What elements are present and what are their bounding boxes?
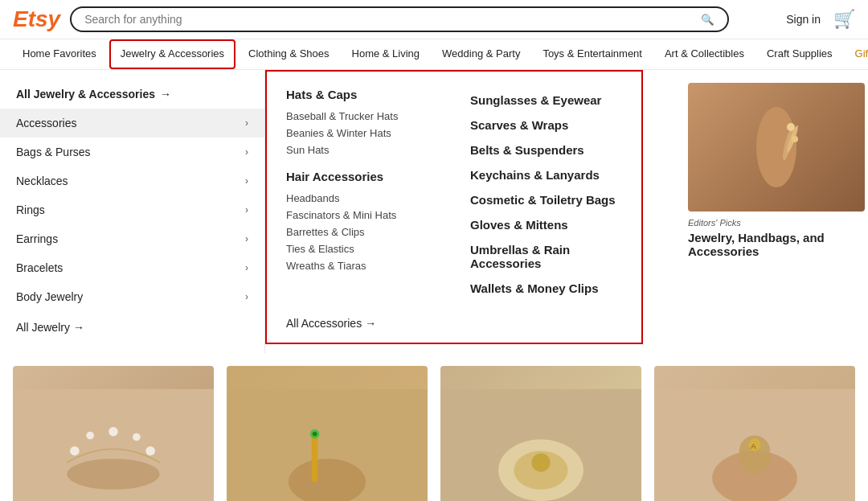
cart-icon[interactable]: 🛒 <box>833 9 855 30</box>
umbrellas-rain-accessories[interactable]: Umbrellas & Rain Accessories <box>470 237 622 276</box>
headbands[interactable]: Headbands <box>286 190 438 207</box>
sidebar-item-body-jewelry-label: Body Jewelry <box>16 290 83 303</box>
svg-point-9 <box>108 427 118 437</box>
hats-caps-title[interactable]: Hats & Caps <box>286 88 438 101</box>
svg-point-11 <box>145 446 155 456</box>
sidebar-item-body-jewelry[interactable]: Body Jewelry › <box>0 282 264 311</box>
sun-hats[interactable]: Sun Hats <box>286 142 438 158</box>
ties-elastics[interactable]: Ties & Elastics <box>286 240 438 257</box>
nav-craft-supplies[interactable]: Craft Supplies <box>757 39 842 69</box>
dropdown-footer: All Accessories → <box>286 310 622 330</box>
dropdown-right-col: Sunglasses & Eyewear Scarves & Wraps Bel… <box>470 88 622 301</box>
product-image <box>440 366 641 501</box>
nav-jewelry-accessories[interactable]: Jewelry & Accessories <box>109 39 235 69</box>
product-card[interactable]: Daisy Flower Choker, Pearl Flower Choker… <box>13 366 214 501</box>
all-jewelry-footer-link[interactable]: All Jewelry → <box>16 321 248 334</box>
editors-picks-image[interactable] <box>688 83 865 211</box>
nav-wedding-party[interactable]: Wedding & Party <box>432 39 530 69</box>
etsy-logo[interactable]: Etsy <box>13 6 60 32</box>
chevron-right-icon: › <box>245 117 248 129</box>
svg-rect-14 <box>312 436 318 483</box>
sidebar-item-rings[interactable]: Rings › <box>0 195 264 224</box>
svg-point-16 <box>313 432 317 437</box>
sidebar-item-necklaces-label: Necklaces <box>16 175 68 187</box>
sidebar-item-bags-label: Bags & Purses <box>16 146 91 158</box>
nav-art-collectibles[interactable]: Art & Collectibles <box>655 39 754 69</box>
sidebar-all-jewelry-label: All Jewelry & Accessories <box>16 88 155 101</box>
barrettes-clips[interactable]: Barrettes & Clips <box>286 224 438 240</box>
baseball-trucker-hats[interactable]: Baseball & Trucker Hats <box>286 108 438 125</box>
editors-picks-label: Editors' Picks <box>688 218 855 228</box>
sidebar-item-accessories[interactable]: Accessories › <box>0 109 264 138</box>
product-image <box>227 366 428 501</box>
all-accessories-link[interactable]: All Accessories → <box>286 317 622 330</box>
search-button[interactable]: 🔍 <box>701 14 714 26</box>
wreaths-tiaras[interactable]: Wreaths & Tiaras <box>286 257 438 274</box>
wallets-money-clips[interactable]: Wallets & Money Clips <box>470 276 622 301</box>
sidebar-item-bracelets[interactable]: Bracelets › <box>0 253 264 282</box>
all-accessories-arrow: → <box>365 317 376 330</box>
chevron-right-icon: › <box>245 146 248 158</box>
editors-picks-title[interactable]: Jewelry, Handbags, and Accessories <box>688 231 855 258</box>
svg-point-3 <box>787 123 795 131</box>
search-icon: 🔍 <box>701 14 714 26</box>
sidebar-all-jewelry-header[interactable]: All Jewelry & Accessories → <box>0 80 264 109</box>
main-nav: Home Favorites Jewelry & Accessories Clo… <box>0 39 868 70</box>
svg-point-6 <box>67 458 159 489</box>
product-card[interactable]: Pearl Ring Solid Silver Hammered Sterlin… <box>440 366 641 501</box>
nav-toys-entertainment[interactable]: Toys & Entertainment <box>533 39 652 69</box>
header: Etsy 🔍 Sign in 🛒 <box>0 0 868 39</box>
svg-point-7 <box>70 446 80 456</box>
sidebar-item-accessories-label: Accessories <box>16 117 76 129</box>
chevron-right-icon: › <box>245 291 248 302</box>
keychains-lanyards[interactable]: Keychains & Lanyards <box>470 162 622 187</box>
accessories-dropdown: Hats & Caps Baseball & Trucker Hats Bean… <box>265 70 643 344</box>
nav-gifts-gift-cards[interactable]: Gifts & Gift Cards <box>845 39 868 69</box>
svg-point-10 <box>133 433 141 441</box>
product-card[interactable]: A 14K Gold Pinky Signet Ring, Initial Ri… <box>654 366 855 501</box>
cosmetic-toiletry-bags[interactable]: Cosmetic & Toiletry Bags <box>470 187 622 212</box>
all-jewelry-footer-label: All Jewelry <box>16 321 70 334</box>
sidebar-item-bracelets-label: Bracelets <box>16 261 63 274</box>
sidebar-item-earrings[interactable]: Earrings › <box>0 224 264 253</box>
chevron-right-icon: › <box>245 233 248 244</box>
sidebar-item-bags-purses[interactable]: Bags & Purses › <box>0 138 264 166</box>
sign-in-link[interactable]: Sign in <box>786 13 821 26</box>
product-grid: Daisy Flower Choker, Pearl Flower Choker… <box>13 366 855 501</box>
chevron-right-icon: › <box>245 204 248 216</box>
all-accessories-label: All Accessories <box>286 317 362 330</box>
sidebar-footer: All Jewelry → <box>0 311 264 343</box>
all-jewelry-accessories-link[interactable]: All Jewelry & Accessories → <box>16 88 171 101</box>
gloves-mittens[interactable]: Gloves & Mittens <box>470 212 622 237</box>
sunglasses-eyewear[interactable]: Sunglasses & Eyewear <box>470 88 622 113</box>
sidebar: All Jewelry & Accessories → Accessories … <box>0 70 265 353</box>
dropdown-columns: Hats & Caps Baseball & Trucker Hats Bean… <box>286 88 622 301</box>
chevron-right-icon: › <box>245 175 248 187</box>
hair-accessories-title[interactable]: Hair Accessories <box>286 170 438 183</box>
product-card[interactable]: Initial Birthstone Ring • Letter Ring by… <box>227 366 428 501</box>
editors-picks-panel: Editors' Picks Jewelry, Handbags, and Ac… <box>675 70 868 271</box>
all-jewelry-footer-arrow: → <box>73 321 84 334</box>
fascinators-mini-hats[interactable]: Fascinators & Mini Hats <box>286 207 438 224</box>
svg-text:A: A <box>751 441 756 450</box>
sidebar-item-necklaces[interactable]: Necklaces › <box>0 166 264 195</box>
sidebar-item-rings-label: Rings <box>16 203 45 216</box>
search-bar-container: 🔍 <box>70 6 729 32</box>
beanies-winter-hats[interactable]: Beanies & Winter Hats <box>286 125 438 142</box>
svg-point-20 <box>531 454 550 472</box>
dropdown-left-col: Hats & Caps Baseball & Trucker Hats Bean… <box>286 88 438 301</box>
sidebar-item-earrings-label: Earrings <box>16 232 58 245</box>
product-image <box>13 366 214 501</box>
search-input[interactable] <box>84 13 701 26</box>
chevron-right-icon: › <box>245 262 248 273</box>
sidebar-header-arrow: → <box>160 88 171 101</box>
nav-clothing-shoes[interactable]: Clothing & Shoes <box>239 39 338 69</box>
svg-point-4 <box>792 136 798 142</box>
nav-home-favorites[interactable]: Home Favorites <box>13 39 106 69</box>
product-image: A <box>654 366 855 501</box>
svg-point-8 <box>86 432 94 440</box>
product-section: Daisy Flower Choker, Pearl Flower Choker… <box>0 366 868 501</box>
scarves-wraps[interactable]: Scarves & Wraps <box>470 113 622 138</box>
belts-suspenders[interactable]: Belts & Suspenders <box>470 138 622 162</box>
nav-home-living[interactable]: Home & Living <box>342 39 430 69</box>
